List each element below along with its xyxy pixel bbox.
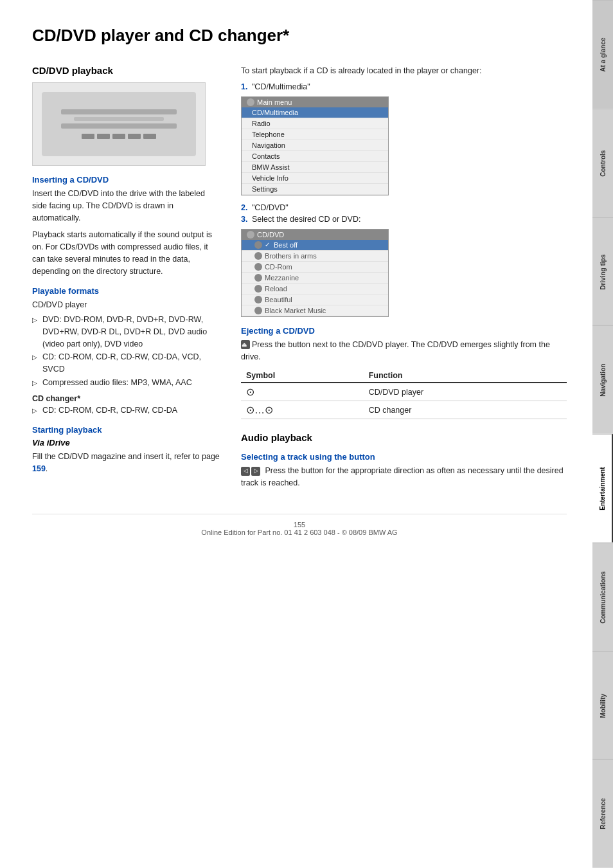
step-2-text: "CD/DVD" xyxy=(252,203,289,212)
tab-communications[interactable]: Communications xyxy=(592,543,613,651)
table-row: ⊙ CD/DVD player xyxy=(241,383,567,401)
symbol-cd-changer: ⊙…⊙ xyxy=(241,401,364,419)
compressed-bullet: Compressed audio files: MP3, WMA, AAC xyxy=(32,377,222,389)
tab-at-a-glance[interactable]: At a glance xyxy=(592,0,613,109)
cd-changer-bullet-list: CD: CD-ROM, CD-R, CD-RW, CD-DA xyxy=(32,404,222,417)
step-3-num: 3. xyxy=(241,215,247,224)
cd-dvd-playback-heading: CD/DVD playback xyxy=(32,65,222,76)
symbol-col-header: Symbol xyxy=(241,369,364,383)
tab-driving-tips[interactable]: Driving tips xyxy=(592,217,613,326)
cd-dvd-icon xyxy=(247,231,254,239)
menu-item-radio: Radio xyxy=(242,118,388,129)
audio-playback-section: Audio playback Selecting a track using t… xyxy=(241,432,567,489)
cd-item-mezzanine: Mezzanine xyxy=(242,273,388,284)
footer-text: Online Edition for Part no. 01 41 2 603 … xyxy=(201,529,397,536)
symbol-table: Symbol Function ⊙ CD/DVD player ⊙…⊙ CD c… xyxy=(241,369,567,419)
step-1-line: 1. "CD/Multimedia" xyxy=(241,82,567,91)
dvd-bullet-list: DVD: DVD-ROM, DVD-R, DVD+R, DVD-RW, DVD+… xyxy=(32,314,222,389)
menu-item-telephone: Telephone xyxy=(242,129,388,140)
cd-item-icon-7 xyxy=(254,307,262,314)
audio-playback-heading: Audio playback xyxy=(241,432,567,443)
device-image-inner xyxy=(42,92,196,156)
press-button-icons: ◁ ▷ xyxy=(241,467,260,476)
selecting-track-heading: Selecting a track using the button xyxy=(241,452,567,462)
cd-item-reload: Reload xyxy=(242,284,388,294)
cd-dvd-title: CD/DVD xyxy=(257,231,284,239)
function-col-header: Function xyxy=(364,369,567,383)
selecting-track-text: ◁ ▷ Press the button for the appropriate… xyxy=(241,465,567,489)
device-strip-3 xyxy=(61,123,177,129)
cd-dvd-screenshot: CD/DVD ✓ Best off Brothers in arms CD-Ro… xyxy=(241,229,389,317)
main-menu-title-bar: Main menu xyxy=(242,97,388,107)
cd-item-best-off: ✓ Best off xyxy=(242,240,388,251)
step-2-num: 2. xyxy=(241,203,247,212)
cd-item-icon-2 xyxy=(254,252,262,260)
cd-changer-bullet: CD: CD-ROM, CD-R, CD-RW, CD-DA xyxy=(32,404,222,417)
cd-bullet: CD: CD-ROM, CD-R, CD-RW, CD-DA, VCD, SVC… xyxy=(32,351,222,375)
device-buttons xyxy=(82,134,156,139)
table-row: ⊙…⊙ CD changer xyxy=(241,401,567,419)
cd-item-icon-3 xyxy=(254,263,262,271)
cd-item-icon-6 xyxy=(254,296,262,303)
menu-item-settings: Settings xyxy=(242,184,388,195)
cd-changer-label: CD changer* xyxy=(32,394,222,403)
ejecting-heading: Ejecting a CD/DVD xyxy=(241,326,567,336)
device-btn-2 xyxy=(97,134,110,139)
device-strip-2 xyxy=(74,117,164,121)
device-btn-1 xyxy=(82,134,94,139)
step-3-text: Select the desired CD or DVD: xyxy=(252,215,361,224)
dvd-bullet: DVD: DVD-ROM, DVD-R, DVD+R, DVD-RW, DVD+… xyxy=(32,314,222,350)
via-idrive-text: Fill the CD/DVD magazine and insert it, … xyxy=(32,451,222,475)
symbol-cd-dvd-player: ⊙ xyxy=(241,383,364,401)
inserting-heading: Inserting a CD/DVD xyxy=(32,175,222,185)
cd-item-icon-4 xyxy=(254,274,262,282)
cd-item-brothers: Brothers in arms xyxy=(242,251,388,262)
tab-reference[interactable]: Reference xyxy=(592,759,613,868)
device-strip-1 xyxy=(61,109,177,114)
starting-playback-heading: Starting playback xyxy=(32,425,222,435)
step-1-text: "CD/Multimedia" xyxy=(252,82,310,91)
cd-item-black-market: Black Market Music xyxy=(242,305,388,316)
inserting-text-2: Playback starts automatically if the sou… xyxy=(32,229,222,277)
tab-controls[interactable]: Controls xyxy=(592,109,613,217)
cd-item-icon-5 xyxy=(254,285,262,293)
main-menu-title: Main menu xyxy=(257,98,292,106)
menu-item-cd-multimedia: CD/Multimedia xyxy=(242,107,388,118)
playable-formats-heading: Playable formats xyxy=(32,286,222,296)
page-footer: 155 Online Edition for Part no. 01 41 2 … xyxy=(32,514,567,536)
right-column: To start playback if a CD is already loc… xyxy=(241,65,567,494)
left-column: CD/DVD playback Inserting a CD/DV xyxy=(32,65,222,494)
next-track-icon: ▷ xyxy=(251,467,260,476)
to-start-text: To start playback if a CD is already loc… xyxy=(241,65,567,77)
cd-item-beautiful: Beautiful xyxy=(242,294,388,305)
function-cd-changer: CD changer xyxy=(364,401,567,419)
menu-icon xyxy=(247,98,254,106)
main-content: CD/DVD player and CD changer* CD/DVD pla… xyxy=(0,0,592,562)
device-image xyxy=(32,82,206,166)
cd-item-cd-rom: CD-Rom xyxy=(242,262,388,273)
eject-icon xyxy=(241,340,250,349)
cd-dvd-player-label: CD/DVD player xyxy=(32,299,222,311)
menu-item-vehicle-info: Vehicle Info xyxy=(242,173,388,184)
device-btn-5 xyxy=(143,134,156,139)
page-number: 155 xyxy=(294,521,305,529)
menu-item-bmw-assist: BMW Assist xyxy=(242,162,388,173)
menu-item-contacts: Contacts xyxy=(242,151,388,162)
menu-item-navigation: Navigation xyxy=(242,140,388,151)
step-1-num: 1. xyxy=(241,82,247,91)
tab-entertainment[interactable]: Entertainment xyxy=(592,434,613,543)
page-title: CD/DVD player and CD changer* xyxy=(32,26,567,46)
page-link-159[interactable]: 159 xyxy=(32,464,46,473)
tab-navigation[interactable]: Navigation xyxy=(592,325,613,434)
function-cd-dvd-player: CD/DVD player xyxy=(364,383,567,401)
device-btn-4 xyxy=(128,134,141,139)
cd-dvd-title-bar: CD/DVD xyxy=(242,230,388,240)
device-btn-3 xyxy=(112,134,125,139)
prev-track-icon: ◁ xyxy=(241,467,250,476)
checkmark-icon: ✓ xyxy=(265,241,270,248)
cd-item-icon-1 xyxy=(254,241,262,249)
step-2-line: 2. "CD/DVD" xyxy=(241,203,567,212)
via-idrive-heading: Via iDrive xyxy=(32,438,222,448)
tab-mobility[interactable]: Mobility xyxy=(592,651,613,760)
side-tabs: At a glance Controls Driving tips Naviga… xyxy=(592,0,613,868)
